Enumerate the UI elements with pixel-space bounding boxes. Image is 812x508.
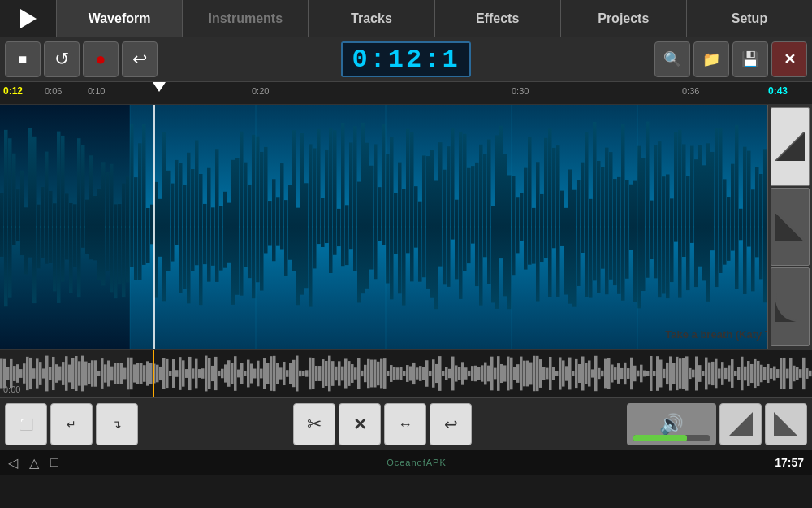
undo-icon: ↩ xyxy=(132,49,147,70)
volume-icon: 🔊 xyxy=(659,413,684,436)
fade-out-curve-button[interactable] xyxy=(771,267,810,346)
ruler-mark-2: 0:10 xyxy=(88,86,105,96)
delete-icon: ✕ xyxy=(353,415,367,434)
playhead[interactable] xyxy=(153,82,166,92)
search-button[interactable]: 🔍 xyxy=(654,41,690,77)
trim-left-icon: ↵ xyxy=(67,418,76,431)
mini-waveform[interactable]: 0:00 xyxy=(0,349,812,397)
fade-out-bottom-button[interactable] xyxy=(765,403,807,445)
loop-icon: ↺ xyxy=(54,49,69,70)
loop-button[interactable]: ↺ xyxy=(44,41,80,77)
mini-time-label: 0:00 xyxy=(3,384,20,394)
volume-control[interactable]: 🔊 xyxy=(627,403,716,445)
brand-label: OceanofAPK xyxy=(387,458,447,467)
close-button[interactable]: ✕ xyxy=(771,41,807,77)
tab-projects[interactable]: Projects xyxy=(561,0,687,37)
ruler-mark-4: 0:30 xyxy=(512,86,529,96)
fade-out-curve-icon xyxy=(775,293,805,322)
play-button[interactable] xyxy=(0,0,57,37)
back-button[interactable]: ◁ xyxy=(8,455,18,471)
fade-out-linear-icon xyxy=(775,212,805,241)
fade-panel xyxy=(767,105,812,349)
tab-tracks[interactable]: Tracks xyxy=(309,0,434,37)
scissors-icon: ✂ xyxy=(307,414,322,435)
record-icon: ● xyxy=(95,49,106,70)
trim-right-button[interactable]: ↴ xyxy=(96,403,138,445)
waveform-canvas xyxy=(0,105,812,349)
fade-in-bottom-icon xyxy=(728,412,753,436)
folder-button[interactable]: 📁 xyxy=(693,41,729,77)
time-display: 0:12:1 xyxy=(341,41,471,77)
status-bar: ◁ △ □ OceanofAPK 17:57 xyxy=(0,450,812,475)
end-time-label: 0:43 xyxy=(768,85,788,97)
home-button[interactable]: △ xyxy=(29,455,39,471)
mini-canvas xyxy=(0,350,812,397)
tab-waveform[interactable]: Waveform xyxy=(57,0,183,37)
svg-marker-5 xyxy=(774,412,798,436)
select-button[interactable]: ⬜ xyxy=(5,403,47,445)
close-icon: ✕ xyxy=(784,50,796,68)
fade-out-bottom-icon xyxy=(774,412,798,436)
ruler-mark-3: 0:20 xyxy=(252,86,269,96)
trim-right-icon: ↴ xyxy=(112,418,122,431)
timeline-ruler: 0:12 0:06 0:10 0:20 0:30 0:36 0:43 xyxy=(0,82,812,105)
top-navigation: Waveform Instruments Tracks Effects Proj… xyxy=(0,0,812,37)
mini-playhead xyxy=(153,350,154,397)
save-icon: 💾 xyxy=(741,50,759,68)
waveform-area[interactable]: Take a breath (Katy The xyxy=(0,105,812,349)
recent-button[interactable]: □ xyxy=(50,455,58,470)
fade-in-icon xyxy=(775,132,805,161)
search-icon: 🔍 xyxy=(663,50,681,68)
record-button[interactable]: ● xyxy=(83,41,119,77)
select-icon: ⬜ xyxy=(19,418,33,431)
toolbar: ■ ↺ ● ↩ 0:12:1 🔍 📁 💾 ✕ xyxy=(0,37,812,82)
folder-icon: 📁 xyxy=(702,50,720,68)
revert-icon: ↩ xyxy=(444,415,458,434)
resize-icon: ↔ xyxy=(398,416,412,433)
undo-button[interactable]: ↩ xyxy=(122,41,158,77)
resize-button[interactable]: ↔ xyxy=(384,403,426,445)
fade-in-bottom-button[interactable] xyxy=(719,403,762,445)
bottom-toolbar: ⬜ ↵ ↴ ✂ ✕ ↔ ↩ 🔊 xyxy=(0,397,812,450)
revert-button[interactable]: ↩ xyxy=(430,403,472,445)
stop-button[interactable]: ■ xyxy=(5,41,41,77)
tab-setup[interactable]: Setup xyxy=(687,0,812,37)
current-time-label: 0:12 xyxy=(3,85,23,97)
tab-effects[interactable]: Effects xyxy=(435,0,561,37)
system-time: 17:57 xyxy=(775,456,804,469)
stop-icon: ■ xyxy=(19,51,28,68)
fade-in-button[interactable] xyxy=(771,107,810,186)
trim-left-button[interactable]: ↵ xyxy=(50,403,93,445)
delete-button[interactable]: ✕ xyxy=(339,403,381,445)
ruler-mark-1: 0:06 xyxy=(45,86,62,96)
cut-button[interactable]: ✂ xyxy=(293,403,335,445)
system-nav: ◁ △ □ xyxy=(8,455,58,471)
tab-instruments[interactable]: Instruments xyxy=(183,0,309,37)
ruler-mark-5: 0:36 xyxy=(682,86,699,96)
fade-out-linear-button[interactable] xyxy=(771,188,810,267)
save-button[interactable]: 💾 xyxy=(732,41,768,77)
play-icon xyxy=(20,9,37,28)
track-label: Take a breath (Katy The xyxy=(665,328,784,341)
svg-marker-4 xyxy=(728,412,753,436)
